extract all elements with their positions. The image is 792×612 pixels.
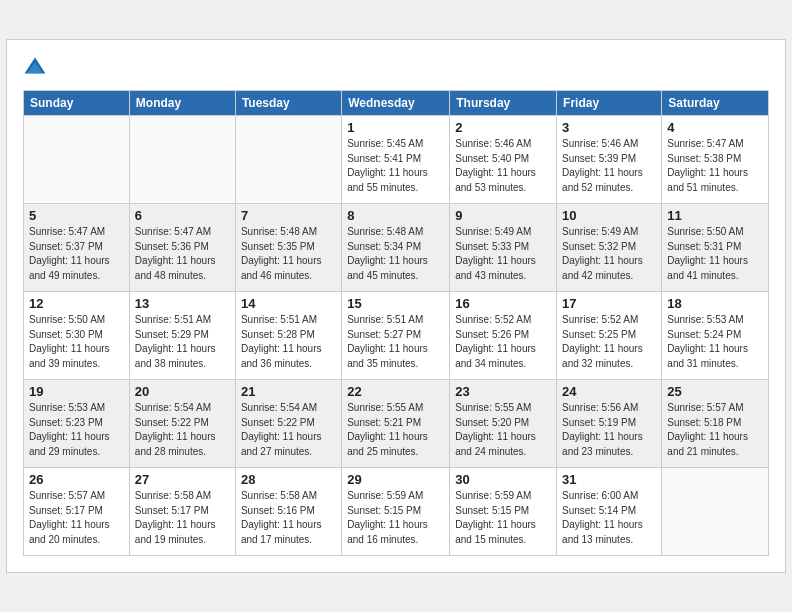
day-info: Sunrise: 5:51 AM Sunset: 5:29 PM Dayligh… — [135, 313, 230, 371]
calendar-cell: 11Sunrise: 5:50 AM Sunset: 5:31 PM Dayli… — [662, 204, 769, 292]
calendar-cell: 21Sunrise: 5:54 AM Sunset: 5:22 PM Dayli… — [235, 380, 341, 468]
day-info: Sunrise: 5:58 AM Sunset: 5:16 PM Dayligh… — [241, 489, 336, 547]
day-info: Sunrise: 5:53 AM Sunset: 5:23 PM Dayligh… — [29, 401, 124, 459]
day-header-monday: Monday — [129, 91, 235, 116]
day-info: Sunrise: 5:54 AM Sunset: 5:22 PM Dayligh… — [241, 401, 336, 459]
day-number: 10 — [562, 208, 656, 223]
day-number: 3 — [562, 120, 656, 135]
day-info: Sunrise: 5:46 AM Sunset: 5:40 PM Dayligh… — [455, 137, 551, 195]
day-number: 24 — [562, 384, 656, 399]
header — [23, 56, 769, 80]
day-number: 23 — [455, 384, 551, 399]
day-header-thursday: Thursday — [450, 91, 557, 116]
calendar-cell: 6Sunrise: 5:47 AM Sunset: 5:36 PM Daylig… — [129, 204, 235, 292]
day-info: Sunrise: 5:50 AM Sunset: 5:30 PM Dayligh… — [29, 313, 124, 371]
day-header-tuesday: Tuesday — [235, 91, 341, 116]
calendar-cell: 16Sunrise: 5:52 AM Sunset: 5:26 PM Dayli… — [450, 292, 557, 380]
day-info: Sunrise: 5:48 AM Sunset: 5:34 PM Dayligh… — [347, 225, 444, 283]
day-info: Sunrise: 5:51 AM Sunset: 5:28 PM Dayligh… — [241, 313, 336, 371]
calendar-cell: 2Sunrise: 5:46 AM Sunset: 5:40 PM Daylig… — [450, 116, 557, 204]
day-info: Sunrise: 5:52 AM Sunset: 5:25 PM Dayligh… — [562, 313, 656, 371]
day-number: 6 — [135, 208, 230, 223]
day-header-saturday: Saturday — [662, 91, 769, 116]
day-number: 15 — [347, 296, 444, 311]
calendar-cell: 26Sunrise: 5:57 AM Sunset: 5:17 PM Dayli… — [24, 468, 130, 556]
day-number: 11 — [667, 208, 763, 223]
calendar-cell: 31Sunrise: 6:00 AM Sunset: 5:14 PM Dayli… — [557, 468, 662, 556]
day-number: 18 — [667, 296, 763, 311]
day-info: Sunrise: 5:59 AM Sunset: 5:15 PM Dayligh… — [455, 489, 551, 547]
day-number: 2 — [455, 120, 551, 135]
day-number: 8 — [347, 208, 444, 223]
day-info: Sunrise: 5:57 AM Sunset: 5:18 PM Dayligh… — [667, 401, 763, 459]
calendar-cell: 13Sunrise: 5:51 AM Sunset: 5:29 PM Dayli… — [129, 292, 235, 380]
day-number: 5 — [29, 208, 124, 223]
logo-icon — [23, 56, 47, 80]
day-info: Sunrise: 5:49 AM Sunset: 5:33 PM Dayligh… — [455, 225, 551, 283]
day-number: 13 — [135, 296, 230, 311]
day-info: Sunrise: 5:47 AM Sunset: 5:36 PM Dayligh… — [135, 225, 230, 283]
week-row-4: 19Sunrise: 5:53 AM Sunset: 5:23 PM Dayli… — [24, 380, 769, 468]
day-number: 31 — [562, 472, 656, 487]
calendar-cell: 1Sunrise: 5:45 AM Sunset: 5:41 PM Daylig… — [342, 116, 450, 204]
calendar-cell: 25Sunrise: 5:57 AM Sunset: 5:18 PM Dayli… — [662, 380, 769, 468]
calendar-cell: 28Sunrise: 5:58 AM Sunset: 5:16 PM Dayli… — [235, 468, 341, 556]
day-info: Sunrise: 5:51 AM Sunset: 5:27 PM Dayligh… — [347, 313, 444, 371]
day-header-row: SundayMondayTuesdayWednesdayThursdayFrid… — [24, 91, 769, 116]
week-row-5: 26Sunrise: 5:57 AM Sunset: 5:17 PM Dayli… — [24, 468, 769, 556]
week-row-3: 12Sunrise: 5:50 AM Sunset: 5:30 PM Dayli… — [24, 292, 769, 380]
day-number: 12 — [29, 296, 124, 311]
calendar-cell — [129, 116, 235, 204]
day-info: Sunrise: 5:58 AM Sunset: 5:17 PM Dayligh… — [135, 489, 230, 547]
day-number: 25 — [667, 384, 763, 399]
day-info: Sunrise: 5:47 AM Sunset: 5:38 PM Dayligh… — [667, 137, 763, 195]
day-info: Sunrise: 5:57 AM Sunset: 5:17 PM Dayligh… — [29, 489, 124, 547]
calendar-cell: 5Sunrise: 5:47 AM Sunset: 5:37 PM Daylig… — [24, 204, 130, 292]
day-number: 28 — [241, 472, 336, 487]
day-info: Sunrise: 5:56 AM Sunset: 5:19 PM Dayligh… — [562, 401, 656, 459]
day-header-friday: Friday — [557, 91, 662, 116]
day-info: Sunrise: 6:00 AM Sunset: 5:14 PM Dayligh… — [562, 489, 656, 547]
calendar-cell: 22Sunrise: 5:55 AM Sunset: 5:21 PM Dayli… — [342, 380, 450, 468]
calendar-cell — [24, 116, 130, 204]
day-number: 14 — [241, 296, 336, 311]
day-number: 9 — [455, 208, 551, 223]
calendar-cell: 18Sunrise: 5:53 AM Sunset: 5:24 PM Dayli… — [662, 292, 769, 380]
calendar-cell: 24Sunrise: 5:56 AM Sunset: 5:19 PM Dayli… — [557, 380, 662, 468]
day-number: 7 — [241, 208, 336, 223]
day-number: 29 — [347, 472, 444, 487]
week-row-2: 5Sunrise: 5:47 AM Sunset: 5:37 PM Daylig… — [24, 204, 769, 292]
day-number: 19 — [29, 384, 124, 399]
day-info: Sunrise: 5:48 AM Sunset: 5:35 PM Dayligh… — [241, 225, 336, 283]
day-info: Sunrise: 5:46 AM Sunset: 5:39 PM Dayligh… — [562, 137, 656, 195]
day-number: 30 — [455, 472, 551, 487]
calendar-cell: 29Sunrise: 5:59 AM Sunset: 5:15 PM Dayli… — [342, 468, 450, 556]
day-number: 22 — [347, 384, 444, 399]
calendar-cell: 12Sunrise: 5:50 AM Sunset: 5:30 PM Dayli… — [24, 292, 130, 380]
day-header-sunday: Sunday — [24, 91, 130, 116]
day-info: Sunrise: 5:54 AM Sunset: 5:22 PM Dayligh… — [135, 401, 230, 459]
calendar-cell: 20Sunrise: 5:54 AM Sunset: 5:22 PM Dayli… — [129, 380, 235, 468]
day-number: 27 — [135, 472, 230, 487]
day-number: 1 — [347, 120, 444, 135]
day-info: Sunrise: 5:49 AM Sunset: 5:32 PM Dayligh… — [562, 225, 656, 283]
day-number: 21 — [241, 384, 336, 399]
day-number: 17 — [562, 296, 656, 311]
day-info: Sunrise: 5:50 AM Sunset: 5:31 PM Dayligh… — [667, 225, 763, 283]
calendar-cell: 4Sunrise: 5:47 AM Sunset: 5:38 PM Daylig… — [662, 116, 769, 204]
day-info: Sunrise: 5:59 AM Sunset: 5:15 PM Dayligh… — [347, 489, 444, 547]
calendar-container: SundayMondayTuesdayWednesdayThursdayFrid… — [6, 39, 786, 573]
calendar-cell: 19Sunrise: 5:53 AM Sunset: 5:23 PM Dayli… — [24, 380, 130, 468]
calendar-cell: 23Sunrise: 5:55 AM Sunset: 5:20 PM Dayli… — [450, 380, 557, 468]
week-row-1: 1Sunrise: 5:45 AM Sunset: 5:41 PM Daylig… — [24, 116, 769, 204]
day-number: 20 — [135, 384, 230, 399]
calendar-cell: 15Sunrise: 5:51 AM Sunset: 5:27 PM Dayli… — [342, 292, 450, 380]
calendar-grid: SundayMondayTuesdayWednesdayThursdayFrid… — [23, 90, 769, 556]
calendar-cell: 27Sunrise: 5:58 AM Sunset: 5:17 PM Dayli… — [129, 468, 235, 556]
calendar-cell: 3Sunrise: 5:46 AM Sunset: 5:39 PM Daylig… — [557, 116, 662, 204]
logo — [23, 56, 51, 80]
calendar-cell — [662, 468, 769, 556]
day-info: Sunrise: 5:45 AM Sunset: 5:41 PM Dayligh… — [347, 137, 444, 195]
day-number: 4 — [667, 120, 763, 135]
calendar-cell: 10Sunrise: 5:49 AM Sunset: 5:32 PM Dayli… — [557, 204, 662, 292]
